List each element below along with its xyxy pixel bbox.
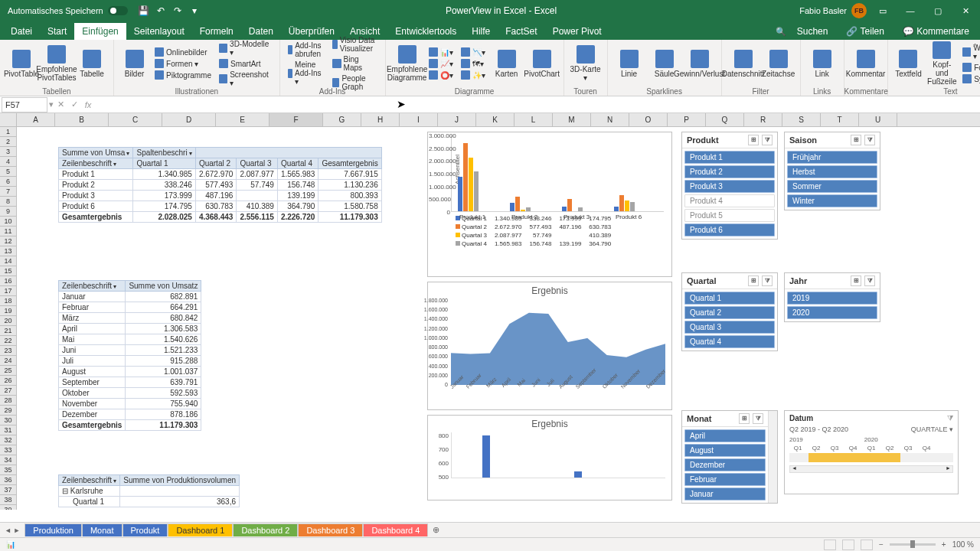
row-2[interactable]: 2 [0,137,17,147]
menu-seitenlayout[interactable]: Seitenlayout [126,23,192,40]
3dmap-button[interactable]: 3D-Karte ▾ [569,41,603,86]
ribbon-symbol[interactable]: Symbol [959,73,980,84]
avatar[interactable]: FB [851,3,867,18]
share-menu[interactable]: 🔗 Teilen [838,23,891,40]
ribbon-onlinebilder[interactable]: Onlinebilder [152,47,214,57]
col-P[interactable]: P [668,113,706,126]
slicer-item[interactable]: Produkt 2 [684,165,775,178]
accept-formula-icon[interactable]: ✓ [67,99,81,109]
maximize-icon[interactable]: ▢ [926,0,949,21]
slicer-item[interactable]: Januar [684,487,766,500]
row-20[interactable]: 20 [0,316,17,326]
ribbon-piktogramme[interactable]: Piktogramme [152,70,214,80]
ribbon-pivottable[interactable]: PivotTable [5,41,38,86]
row-7[interactable]: 7 [0,187,17,197]
recommended-charts-button[interactable]: Empfohlene Diagramme [390,41,424,86]
timeline-datum[interactable]: Datum⧩ Q2 2019 - Q2 2020QUARTALE ▾ 20192… [784,410,959,494]
slicer-item[interactable]: Frühjahr [787,151,877,164]
row-33[interactable]: 33 [0,445,17,455]
slicer-item[interactable]: Produkt 6 [684,223,775,236]
redo-icon[interactable]: ↷ [169,2,186,19]
row-18[interactable]: 18 [0,296,17,306]
row-11[interactable]: 11 [0,227,17,236]
menu-power pivot[interactable]: Power Pivot [545,23,609,40]
row-28[interactable]: 28 [0,396,17,406]
col-I[interactable]: I [400,113,438,126]
slicer-item[interactable]: Winter [787,194,877,207]
timeline-scrollbar[interactable] [789,465,953,473]
slicer-item[interactable]: Quartal 4 [684,335,775,348]
row-38[interactable]: 38 [0,495,17,505]
fx-icon[interactable]: fx [81,100,95,109]
row-31[interactable]: 31 [0,425,17,435]
ribbon-säule[interactable]: Säule [648,41,681,86]
row-27[interactable]: 27 [0,386,17,396]
menu-datei[interactable]: Datei [3,23,40,40]
slicer-item[interactable]: Produkt 1 [684,151,775,164]
ribbon-formel[interactable]: Formel ▾ [959,62,980,73]
slicer-item[interactable]: Sommer [787,180,877,193]
slicer-jahr[interactable]: Jahr⊞⧩ 20192020 [784,272,880,322]
col-R[interactable]: R [744,113,782,126]
row-26[interactable]: 26 [0,376,17,386]
multiselect-icon[interactable]: ⊞ [748,135,759,145]
ribbon-datenschnitt[interactable]: Datenschnitt [727,41,760,86]
slicer-item[interactable]: 2019 [787,292,877,305]
menu-hilfe[interactable]: Hilfe [464,23,498,40]
textbox-button[interactable]: Textfeld [893,41,925,86]
row-23[interactable]: 23 [0,346,17,356]
row-16[interactable]: 16 [0,276,17,286]
menu-factset[interactable]: FactSet [498,23,544,40]
menu-einfügen[interactable]: Einfügen [74,23,126,40]
col-Q[interactable]: Q [706,113,744,126]
row-32[interactable]: 32 [0,435,17,445]
undo-icon[interactable]: ↶ [152,2,169,19]
col-F[interactable]: F [270,113,323,126]
col-J[interactable]: J [438,113,476,126]
slicer-item[interactable]: Produkt 3 [684,180,775,193]
maps-button[interactable]: Karten [490,41,524,86]
comment-button[interactable]: Kommentar [849,41,883,86]
ribbon-screenshot[interactable]: Screenshot ▾ [216,70,275,88]
menu-formeln[interactable]: Formeln [192,23,241,40]
menu-start[interactable]: Start [40,23,74,40]
row-14[interactable]: 14 [0,256,17,266]
slicer-produkt[interactable]: Produkt⊞⧩ Produkt 1Produkt 2Produkt 3Pro… [681,132,778,240]
row-39[interactable]: 39 [0,505,17,510]
row-24[interactable]: 24 [0,356,17,366]
row-6[interactable]: 6 [0,177,17,187]
slicer-item[interactable]: Quartal 3 [684,321,775,334]
col-B[interactable]: B [55,113,109,126]
slicer-item[interactable]: Quartal 2 [684,306,775,319]
menu-entwicklertools[interactable]: Entwicklertools [387,23,464,40]
row-37[interactable]: 37 [0,485,17,495]
slicer-item[interactable]: Februar [684,473,766,486]
slicer-item[interactable]: Produkt 5 [684,209,775,222]
autosave-toggle[interactable] [108,6,128,15]
col-D[interactable]: D [162,113,216,126]
row-17[interactable]: 17 [0,286,17,296]
ribbon-visiodatavisualizer[interactable]: Visio Data Visualizer [329,35,380,54]
row-36[interactable]: 36 [0,475,17,485]
area-chart-ergebnis[interactable]: Ergebnis 1.800.0001.600.0001.400.0001.20… [427,282,672,410]
ribbon-formen[interactable]: Formen ▾ [152,58,214,69]
col-G[interactable]: G [323,113,361,126]
ribbon-meineaddins[interactable]: Meine Add-Ins ▾ [285,60,328,86]
row-8[interactable]: 8 [0,197,17,207]
search-menu[interactable]: Suchen [789,23,836,40]
clear-filter-icon[interactable]: ⧩ [762,135,773,145]
timeline-selection[interactable] [808,453,900,462]
comments-menu[interactable]: 💬 Kommentare [895,23,977,40]
formula-input[interactable] [95,97,980,112]
ribbon-empfohlenepivottables[interactable]: Empfohlene PivotTables [40,41,74,86]
col-T[interactable]: T [821,113,859,126]
bar-chart-products[interactable]: Achsentitel 3.000.0002.500.0002.000.0001… [427,132,672,277]
menu-daten[interactable]: Daten [241,23,281,40]
row-4[interactable]: 4 [0,157,17,167]
ribbon-bingmaps[interactable]: Bing Maps [329,54,380,73]
col-H[interactable]: H [361,113,400,126]
cancel-formula-icon[interactable]: ✕ [54,99,67,109]
bar-chart-small[interactable]: Ergebnis 800700600500 [427,415,672,500]
collapse-ribbon-icon[interactable]: ^ [973,43,977,51]
row-22[interactable]: 22 [0,336,17,346]
